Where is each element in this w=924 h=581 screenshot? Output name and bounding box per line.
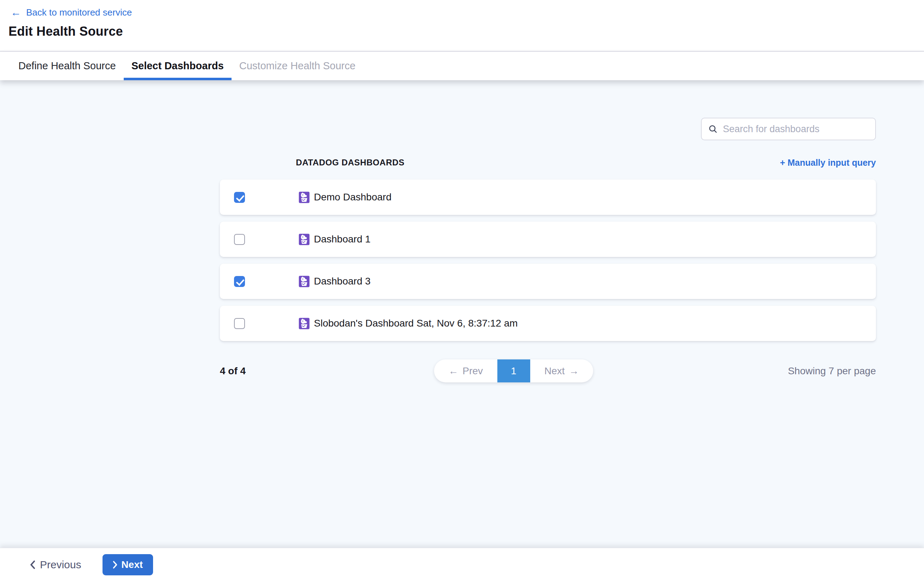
- dashboard-checkbox[interactable]: [234, 234, 245, 245]
- back-link-label: Back to monitored service: [26, 7, 132, 18]
- tab-define-health-source[interactable]: Define Health Source: [11, 51, 124, 80]
- page-header: ← Back to monitored service Edit Health …: [0, 0, 924, 51]
- dashboard-row[interactable]: Demo Dashboard: [220, 180, 876, 215]
- dashboard-search[interactable]: [701, 118, 876, 140]
- dashboard-checkbox[interactable]: [234, 318, 245, 329]
- manually-input-query-link[interactable]: + Manually input query: [780, 158, 876, 168]
- back-arrow-icon: ←: [11, 7, 21, 18]
- dashboard-row[interactable]: Dashboard 1: [220, 221, 876, 257]
- arrow-left-icon: ←: [448, 365, 458, 377]
- back-to-monitored-service-link[interactable]: ← Back to monitored service: [11, 7, 132, 18]
- chevron-left-icon: [30, 560, 36, 569]
- datadog-icon: [299, 191, 310, 203]
- dashboard-row[interactable]: Slobodan's Dashboard Sat, Nov 6, 8:37:12…: [220, 306, 876, 341]
- page-title: Edit Health Source: [8, 24, 924, 39]
- search-icon: [708, 124, 718, 134]
- per-page-label: Showing 7 per page: [788, 365, 876, 377]
- dashboard-name: Slobodan's Dashboard Sat, Nov 6, 8:37:12…: [314, 318, 518, 329]
- next-step-button[interactable]: Next: [102, 554, 153, 575]
- tab-select-dashboards[interactable]: Select Dashboards: [124, 51, 231, 80]
- list-column-header: DATADOG DASHBOARDS: [296, 158, 404, 168]
- content-area: DATADOG DASHBOARDS + Manually input quer…: [0, 80, 924, 548]
- datadog-icon: [299, 275, 310, 288]
- datadog-icon: [299, 233, 310, 246]
- previous-step-label: Previous: [40, 559, 81, 571]
- datadog-icon: [299, 317, 310, 330]
- next-page-label: Next: [544, 365, 565, 377]
- tab-bar: Define Health Source Select Dashboards C…: [0, 51, 924, 80]
- tab-customize-health-source[interactable]: Customize Health Source: [231, 51, 363, 80]
- search-input[interactable]: [723, 124, 869, 135]
- dashboard-checkbox[interactable]: [234, 192, 245, 203]
- previous-step-button[interactable]: Previous: [30, 559, 81, 571]
- chevron-right-icon: [112, 561, 118, 569]
- dashboard-row[interactable]: Dashboard 3: [220, 264, 876, 299]
- prev-page-label: Prev: [462, 365, 483, 377]
- next-step-label: Next: [121, 559, 143, 570]
- dashboard-name: Dashboard 3: [314, 276, 370, 287]
- item-count-label: 4 of 4: [220, 365, 246, 377]
- arrow-right-icon: →: [569, 365, 579, 377]
- prev-page-button[interactable]: ← Prev: [434, 360, 497, 382]
- dashboard-list: Demo Dashboard Dashboard 1: [220, 180, 876, 348]
- pager: ← Prev 1 Next →: [434, 360, 593, 382]
- next-page-button[interactable]: Next →: [530, 360, 594, 382]
- wizard-footer: Previous Next: [0, 548, 924, 581]
- list-header-row: DATADOG DASHBOARDS + Manually input quer…: [220, 155, 876, 170]
- dashboard-checkbox[interactable]: [234, 276, 245, 287]
- dashboard-name: Demo Dashboard: [314, 191, 391, 203]
- dashboard-name: Dashboard 1: [314, 234, 370, 245]
- pagination-row: 4 of 4 ← Prev 1 Next → Showing 7 per pag…: [220, 360, 876, 382]
- page-1-button[interactable]: 1: [497, 360, 530, 382]
